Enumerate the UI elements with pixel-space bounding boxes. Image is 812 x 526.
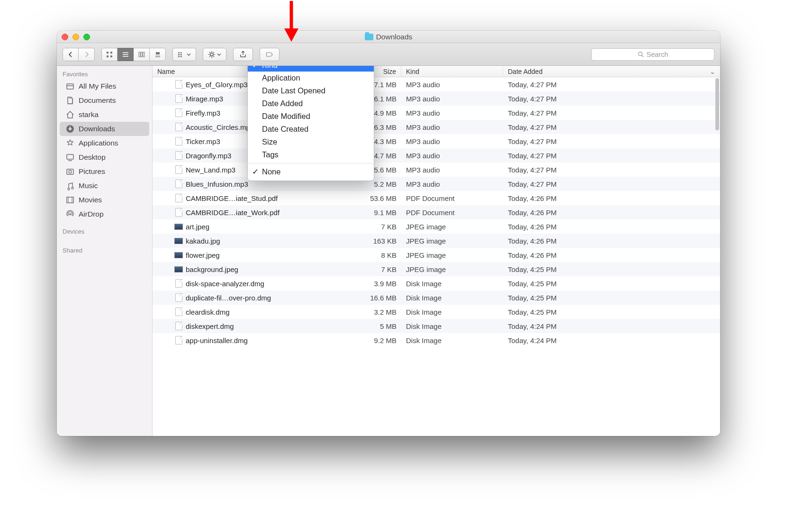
minimize-button[interactable] [72,34,79,40]
back-button[interactable] [63,48,79,61]
file-size: 53.6 MB [356,194,401,202]
icon-view-button[interactable] [101,48,117,61]
file-row[interactable]: Mirage.mp36.1 MBMP3 audioToday, 4:27 PM [153,91,720,106]
menu-item[interactable]: Date Added [248,97,374,110]
search-placeholder: Search [647,51,668,58]
file-row[interactable]: kakadu.jpg163 KBJPEG imageToday, 4:26 PM [153,234,720,248]
file-name: Acoustic_Circles.mp3 [186,123,254,131]
sidebar-item-music[interactable]: Music [57,179,152,193]
file-icon [174,293,183,302]
arrange-button[interactable] [172,48,196,61]
file-row[interactable]: duplicate-fil…over-pro.dmg16.6 MBDisk Im… [153,290,720,305]
menu-item[interactable]: Tags [248,148,374,161]
file-icon [174,80,183,89]
menu-item-label: Date Last Opened [262,86,325,95]
forward-button[interactable] [79,48,95,61]
sidebar-item-all-my-files[interactable]: All My Files [57,79,152,93]
sidebar-item-applications[interactable]: Applications [57,136,152,150]
file-icon [174,180,183,188]
menu-separator [248,163,374,163]
file-size: 5 MB [356,322,401,330]
menu-item[interactable]: Size [248,136,374,148]
file-kind: PDF Document [401,194,503,202]
menu-item[interactable]: Date Modified [248,110,374,123]
file-size: 7 KB [356,223,401,231]
nav-buttons [63,48,95,61]
svg-rect-11 [143,52,144,57]
list-view-button[interactable] [117,48,134,61]
sidebar-item-downloads[interactable]: Downloads [60,122,149,136]
file-kind: Disk Image [401,280,503,288]
file-list[interactable]: Eyes_of_Glory.mp37.1 MBMP3 audioToday, 4… [153,77,720,436]
traffic-lights [62,34,90,40]
tags-button[interactable] [260,48,280,61]
menu-item-none[interactable]: ✓None [248,165,374,178]
svg-rect-12 [156,52,160,54]
sidebar-item-documents[interactable]: Documents [57,93,152,108]
file-size: 9.1 MB [356,209,401,217]
sidebar-header: Shared [57,245,152,255]
sidebar-header: Favorites [57,69,152,79]
file-row[interactable]: Blues_Infusion.mp35.2 MBMP3 audioToday, … [153,177,720,191]
sidebar-item-label: starka [79,110,99,119]
file-row[interactable]: Acoustic_Circles.mp36.3 MBMP3 audioToday… [153,120,720,134]
music-icon [65,181,75,190]
file-row[interactable]: diskexpert.dmg5 MBDisk ImageToday, 4:24 … [153,319,720,333]
file-size: 8 KB [356,251,401,259]
scrollbar-thumb[interactable] [715,78,719,130]
sidebar-item-airdrop[interactable]: AirDrop [57,207,152,221]
zoom-button[interactable] [83,34,90,40]
sidebar-item-home[interactable]: starka [57,108,152,122]
svg-rect-32 [67,84,73,89]
column-view-button[interactable] [134,48,150,61]
svg-rect-35 [67,154,73,159]
column-date[interactable]: Date Added⌄ [503,66,720,77]
file-icon [174,208,183,217]
file-name: Eyes_of_Glory.mp3 [186,81,248,89]
file-row[interactable]: Firefly.mp34.9 MBMP3 audioToday, 4:27 PM [153,106,720,120]
coverflow-view-button[interactable] [150,48,166,61]
file-date: Today, 4:25 PM [503,308,720,316]
svg-point-42 [69,213,71,215]
file-name: flower.jpeg [186,251,220,259]
sidebar-item-movies[interactable]: Movies [57,193,152,207]
file-row[interactable]: CAMBRIDGE…iate_Stud.pdf53.6 MBPDF Docume… [153,191,720,205]
menu-item[interactable]: Date Created [248,123,374,136]
close-button[interactable] [62,34,68,40]
action-button[interactable] [203,48,226,61]
svg-line-26 [209,52,210,53]
file-row[interactable]: Dragonfly.mp34.7 MBMP3 audioToday, 4:27 … [153,148,720,163]
menu-item[interactable]: ✓Kind [248,66,374,72]
menu-item-label: None [262,167,280,176]
share-button[interactable] [233,48,253,61]
file-row[interactable]: New_Land.mp35.6 MBMP3 audioToday, 4:27 P… [153,163,720,177]
sidebar-item-label: Applications [79,139,118,147]
sidebar-item-label: Documents [79,96,116,105]
sidebar-item-desktop[interactable]: Desktop [57,150,152,164]
titlebar[interactable]: Downloads [57,31,720,43]
file-row[interactable]: cleardisk.dmg3.2 MBDisk ImageToday, 4:25… [153,305,720,319]
file-name: CAMBRIDGE…iate_Stud.pdf [186,194,278,202]
menu-item[interactable]: Application [248,72,374,84]
sidebar-header: Devices [57,226,152,236]
file-name: background.jpeg [186,265,238,273]
file-row[interactable]: disk-space-analyzer.dmg3.9 MBDisk ImageT… [153,276,720,290]
sidebar-item-pictures[interactable]: Pictures [57,164,152,179]
desktop-icon [65,153,75,162]
svg-rect-4 [107,55,108,57]
file-row[interactable]: Eyes_of_Glory.mp37.1 MBMP3 audioToday, 4… [153,77,720,91]
file-row[interactable]: Ticker.mp34.3 MBMP3 audioToday, 4:27 PM [153,134,720,148]
svg-rect-10 [141,52,142,57]
file-row[interactable]: CAMBRIDGE…iate_Work.pdf9.1 MBPDF Documen… [153,205,720,219]
search-field[interactable]: Search [591,48,714,61]
column-kind[interactable]: Kind [401,66,503,77]
file-row[interactable]: background.jpeg7 KBJPEG imageToday, 4:25… [153,262,720,276]
sidebar-item-label: Pictures [79,167,105,176]
file-name: art.jpeg [186,223,209,231]
file-row[interactable]: art.jpeg7 KBJPEG imageToday, 4:26 PM [153,219,720,234]
menu-item-label: Kind [262,66,278,70]
file-date: Today, 4:27 PM [503,180,720,188]
file-row[interactable]: app-uninstaller.dmg9.2 MBDisk ImageToday… [153,333,720,347]
file-row[interactable]: flower.jpeg8 KBJPEG imageToday, 4:26 PM [153,248,720,262]
menu-item[interactable]: Date Last Opened [248,84,374,97]
